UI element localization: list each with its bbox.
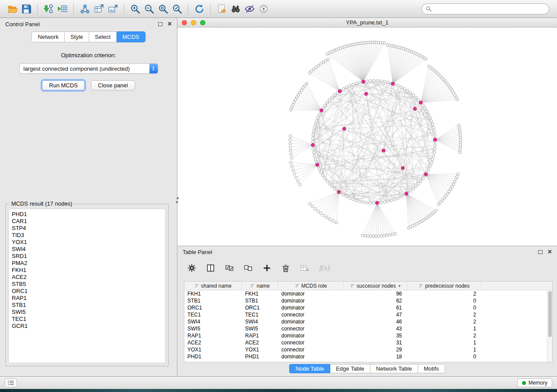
column-header-predecessor-nodes[interactable]: predecessor nodes <box>407 282 481 290</box>
tab-style[interactable]: Style <box>65 31 89 42</box>
column-type-icon <box>295 283 300 288</box>
table-row[interactable]: FKH1FKH1dominator962 <box>184 290 552 297</box>
table-scrollbar[interactable] <box>547 290 552 362</box>
zoom-out-icon[interactable] <box>142 2 156 16</box>
clone-network-icon[interactable] <box>92 2 106 16</box>
tab-network[interactable]: Network <box>31 31 65 42</box>
delete-column-icon[interactable] <box>280 262 291 274</box>
mcds-result-item[interactable]: ORC1 <box>9 288 165 295</box>
mcds-result-item[interactable]: SWI5 <box>9 309 165 316</box>
table-row[interactable]: YOX1YOX1connector291 <box>184 346 552 353</box>
zoom-fit-icon[interactable] <box>156 2 170 16</box>
mcds-result-item[interactable]: TEC1 <box>9 316 165 323</box>
mcds-result-item[interactable]: PHD1 <box>9 211 165 218</box>
close-window-button[interactable] <box>182 20 187 25</box>
zoom-in-icon[interactable] <box>128 2 142 16</box>
table-tab-motifs[interactable]: Motifs <box>418 364 445 373</box>
table-tab-edge-table[interactable]: Edge Table <box>330 364 370 373</box>
refresh-icon[interactable] <box>192 2 206 16</box>
table-row[interactable]: STB1STB1dominator620 <box>184 297 552 304</box>
mcds-result-item[interactable]: ACE2 <box>9 274 165 281</box>
cell-role: dominator <box>278 319 344 325</box>
cell-shared_name: YOX1 <box>184 347 242 353</box>
import-table-icon[interactable] <box>55 2 69 16</box>
mcds-result-item[interactable]: GCR1 <box>9 323 165 330</box>
add-column-icon[interactable] <box>261 262 273 274</box>
table-tab-network-table[interactable]: Network Table <box>370 364 418 373</box>
folder-back <box>8 6 16 8</box>
function-builder-icon: f(x) <box>318 264 330 272</box>
column-header-label: successor nodes <box>356 283 396 289</box>
scrollbar-thumb[interactable] <box>548 291 552 337</box>
save-icon[interactable] <box>19 2 33 16</box>
cell-successors: 96 <box>344 291 407 297</box>
column-header-MCDS-role[interactable]: MCDS role <box>278 282 344 290</box>
network-canvas[interactable] <box>177 28 557 245</box>
table-tab-node-table[interactable]: Node Table <box>289 364 330 373</box>
table-row[interactable]: RAP1RAP1dominator352 <box>184 332 552 339</box>
mcds-result-item[interactable]: TID3 <box>9 232 165 239</box>
cell-role: dominator <box>278 305 344 311</box>
mcds-result-item[interactable]: SRD1 <box>9 253 165 260</box>
export-image-icon[interactable] <box>106 2 120 16</box>
close-panel-icon[interactable]: × <box>168 21 172 28</box>
network-graph[interactable] <box>177 28 557 245</box>
cell-predecessors: 0 <box>407 354 481 360</box>
import-network-icon[interactable] <box>42 2 55 16</box>
share-document-icon[interactable] <box>214 2 228 16</box>
float-panel-icon[interactable] <box>158 22 163 26</box>
cell-name: ACE2 <box>242 340 278 346</box>
mcds-result-item[interactable]: PMA2 <box>9 260 165 267</box>
search-box[interactable] <box>422 3 549 14</box>
select-all-icon[interactable] <box>224 262 235 274</box>
table-row[interactable]: TEC1TEC1connector472 <box>184 311 552 318</box>
column-header-label: MCDS role <box>301 283 327 289</box>
new-network-icon[interactable] <box>78 2 92 16</box>
zoom-window-button[interactable] <box>200 20 205 25</box>
optimization-criterion-dropdown[interactable]: largest connected component (undirected)… <box>19 63 158 74</box>
tab-mcds[interactable]: MCDS <box>117 31 145 42</box>
close-panel-button[interactable]: Close panel <box>91 80 135 90</box>
mcds-result-item[interactable]: SWI4 <box>9 246 165 253</box>
table-row[interactable]: SWI4SWI4dominator462 <box>184 318 552 325</box>
open-file-icon[interactable] <box>5 2 19 16</box>
zoom-selected-icon[interactable] <box>170 2 184 16</box>
show-columns-icon[interactable] <box>205 262 216 274</box>
table-row[interactable]: SWI5SWI5connector431 <box>184 325 552 332</box>
search-network-icon[interactable] <box>228 2 242 16</box>
cell-predecessors: 2 <box>407 333 481 339</box>
memory-button[interactable]: Memory <box>517 378 552 387</box>
close-panel-icon[interactable]: × <box>548 248 552 255</box>
mcds-result-item[interactable]: STP4 <box>9 225 165 232</box>
toolbar-separator <box>210 3 211 14</box>
cell-shared_name: RAP1 <box>184 333 242 339</box>
run-mcds-button[interactable]: Run MCDS <box>42 80 85 90</box>
column-header-shared-name[interactable]: shared name <box>184 282 242 290</box>
minimize-window-button[interactable] <box>191 20 196 25</box>
mcds-result-item[interactable]: FKH1 <box>9 267 165 274</box>
cell-role: dominator <box>278 333 344 339</box>
table-row[interactable]: PHD1PHD1dominator180 <box>184 353 552 360</box>
mcds-result-item[interactable]: RAP1 <box>9 295 165 302</box>
cell-predecessors: 0 <box>407 298 481 304</box>
settings-gear-icon[interactable] <box>186 262 197 274</box>
table-row[interactable]: ORC1ORC1dominator610 <box>184 304 552 311</box>
mcds-result-item[interactable]: STB1 <box>9 302 165 309</box>
cell-shared_name: FKH1 <box>184 291 242 297</box>
cell-predecessors: 1 <box>407 347 481 353</box>
tab-select[interactable]: Select <box>89 31 117 42</box>
delete-table-icon <box>299 262 310 274</box>
mcds-result-item[interactable]: YOX1 <box>9 239 165 246</box>
deselect-all-icon[interactable] <box>242 262 254 274</box>
splitter-handle[interactable]: ◀▶ <box>176 194 179 206</box>
mcds-result-item[interactable]: CAR1 <box>9 218 165 225</box>
hide-selected-icon[interactable] <box>242 2 256 16</box>
column-header-name[interactable]: name <box>242 282 278 290</box>
search-input[interactable] <box>434 6 545 12</box>
mcds-result-item[interactable]: STB5 <box>9 281 165 288</box>
status-menu-button[interactable] <box>5 378 17 387</box>
table-row[interactable]: ACE2ACE2connector311 <box>184 339 552 346</box>
eye-icon[interactable] <box>256 2 270 16</box>
float-panel-icon[interactable] <box>538 250 543 254</box>
column-header-successor-nodes[interactable]: successor nodes▾ <box>344 282 407 290</box>
